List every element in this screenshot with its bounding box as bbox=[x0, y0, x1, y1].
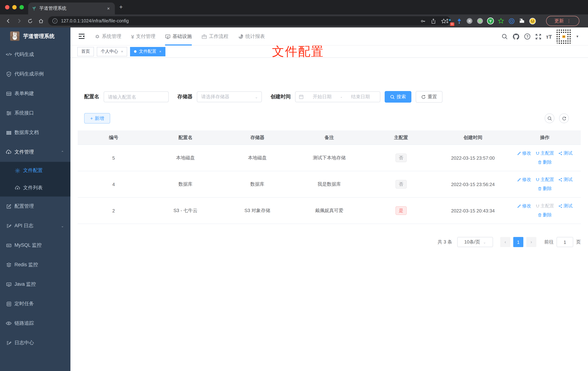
address-bar[interactable]: i 127.0.0.1:1024/infra/file/file-config bbox=[48, 16, 451, 26]
tab-close-icon[interactable]: × bbox=[106, 6, 111, 11]
sidebar-item-tracing[interactable]: 链路追踪 bbox=[0, 314, 70, 333]
avatar[interactable] bbox=[556, 29, 571, 44]
puzzle-icon[interactable] bbox=[518, 17, 525, 25]
site-info-icon[interactable]: i bbox=[52, 18, 57, 23]
filter-form: 配置名 存储器 请选择存储器 ⌄ 创建时间 开始日期 - 结束日期 bbox=[84, 91, 442, 103]
nav-payment-management[interactable]: ¥ 支付管理 bbox=[131, 27, 156, 45]
sidebar-item-scheduled-tasks[interactable]: 定时任务 bbox=[0, 294, 70, 314]
edit-link[interactable]: 修改 bbox=[517, 150, 531, 156]
forward-icon[interactable] bbox=[14, 18, 25, 24]
sidebar-item-java-monitor[interactable]: Java 监控 bbox=[0, 275, 70, 294]
show-search-button[interactable] bbox=[545, 113, 554, 123]
svg-text:Y: Y bbox=[489, 19, 492, 23]
gear-icon bbox=[14, 168, 20, 173]
browser-update-button[interactable]: 更新 ⋮ bbox=[546, 16, 579, 26]
app-logo[interactable]: 芋道管理系统 bbox=[0, 27, 70, 45]
tag-profile[interactable]: 个人中心 × bbox=[97, 47, 127, 56]
help-icon[interactable]: ? bbox=[524, 33, 530, 40]
cloud-upload-icon bbox=[14, 185, 20, 191]
home-icon[interactable] bbox=[35, 18, 46, 24]
y-circle-icon[interactable]: Y bbox=[487, 17, 494, 25]
search-icon[interactable] bbox=[502, 33, 508, 40]
browser-tab[interactable]: 芋道管理系统 × bbox=[28, 2, 115, 14]
refresh-button[interactable] bbox=[559, 113, 569, 123]
master-link[interactable]: 主配置 bbox=[536, 177, 554, 183]
sidebar-item-system-api[interactable]: 系统接口 bbox=[0, 103, 70, 123]
delete-link[interactable]: 删除 bbox=[538, 212, 552, 218]
sidebar-item-log-center[interactable]: 日志中心 bbox=[0, 333, 70, 353]
tag-home[interactable]: 首页 bbox=[77, 47, 94, 56]
sidebar-item-file-config[interactable]: 文件配置 bbox=[0, 162, 70, 179]
command-circle-icon[interactable]: ⌘ bbox=[466, 17, 473, 25]
close-icon[interactable]: × bbox=[121, 50, 123, 53]
sidebar-item-db-doc[interactable]: 数据库文档 bbox=[0, 123, 70, 142]
test-link[interactable]: 测试 bbox=[558, 150, 572, 156]
star-outline-icon[interactable] bbox=[497, 17, 504, 25]
back-icon[interactable] bbox=[3, 18, 14, 24]
table-toolbar: + 新增 bbox=[84, 113, 574, 124]
browser-menu-icon[interactable]: ⋮ bbox=[567, 18, 571, 23]
font-size-icon[interactable]: тT bbox=[546, 33, 552, 40]
search-button[interactable]: 搜索 bbox=[385, 91, 411, 103]
sidebar-collapse-icon[interactable] bbox=[78, 33, 85, 39]
storage-select[interactable]: 请选择存储器 ⌄ bbox=[197, 91, 262, 102]
monitor-icon bbox=[6, 281, 11, 287]
reload-icon[interactable] bbox=[25, 18, 35, 24]
page-size-select[interactable]: 10条/页 ⌄ bbox=[457, 237, 493, 247]
next-page-button[interactable]: › bbox=[526, 237, 536, 247]
master-link[interactable]: 主配置 bbox=[536, 150, 554, 156]
sidebar-item-form-builder[interactable]: 表单构建 bbox=[0, 84, 70, 103]
goto-page-input[interactable] bbox=[556, 237, 573, 247]
password-key-icon[interactable] bbox=[420, 18, 426, 24]
nav-workflow[interactable]: 工作流程 bbox=[202, 27, 229, 45]
col-actions: 操作 bbox=[509, 130, 581, 145]
sidebar-item-file-management[interactable]: 文件管理 ⌃ bbox=[0, 142, 70, 162]
app-header: 系统管理 ¥ 支付管理 基础设施 工作流程 bbox=[70, 27, 588, 45]
prev-page-button[interactable]: ‹ bbox=[500, 237, 510, 247]
avatar-caret-icon[interactable]: ▼ bbox=[576, 35, 579, 38]
total-count: 共 3 条 bbox=[438, 239, 452, 245]
close-icon[interactable]: × bbox=[159, 50, 161, 53]
delete-link[interactable]: 删除 bbox=[538, 186, 552, 192]
github-icon[interactable] bbox=[512, 33, 519, 40]
sidebar-item-config-management[interactable]: 配置管理 bbox=[0, 197, 70, 216]
zoom-window-button[interactable] bbox=[20, 5, 24, 9]
tag-file-config[interactable]: 文件配置 × bbox=[130, 47, 165, 56]
test-link[interactable]: 测试 bbox=[558, 203, 572, 209]
top-nav: 系统管理 ¥ 支付管理 基础设施 工作流程 bbox=[95, 27, 265, 45]
edit-link[interactable]: 修改 bbox=[517, 177, 531, 183]
delete-link[interactable]: 删除 bbox=[538, 159, 552, 165]
fullscreen-icon[interactable] bbox=[535, 33, 541, 40]
test-link[interactable]: 测试 bbox=[558, 177, 572, 183]
minimize-window-button[interactable] bbox=[12, 5, 17, 9]
grid-badge-icon[interactable]: 11 bbox=[445, 17, 452, 25]
edit-link[interactable]: 修改 bbox=[517, 203, 531, 209]
add-button[interactable]: + 新增 bbox=[84, 113, 110, 124]
end-date-placeholder[interactable]: 结束日期 bbox=[344, 94, 377, 100]
nav-system-management[interactable]: 系统管理 bbox=[95, 27, 121, 45]
sidebar-item-file-list[interactable]: 文件列表 bbox=[0, 179, 70, 197]
sidebar-item-code-gen[interactable]: </> 代码生成 bbox=[0, 45, 70, 64]
sidebar-item-code-gen-demo[interactable]: 代码生成示例 bbox=[0, 64, 70, 84]
close-window-button[interactable] bbox=[5, 5, 9, 9]
sidebar-item-redis-monitor[interactable]: Redis 监控 bbox=[0, 255, 70, 275]
record-circle-icon[interactable] bbox=[476, 17, 484, 25]
chart-icon bbox=[6, 242, 11, 248]
sidebar-item-mysql-monitor[interactable]: MySQL 监控 bbox=[0, 235, 70, 255]
page-number-active[interactable]: 1 bbox=[513, 237, 523, 247]
kite-icon[interactable] bbox=[455, 17, 463, 25]
config-name-input[interactable] bbox=[104, 94, 168, 99]
url-text[interactable]: 127.0.0.1:1024/infra/file/file-config bbox=[61, 18, 415, 23]
start-date-placeholder[interactable]: 开始日期 bbox=[306, 94, 338, 100]
sidebar-item-api-log[interactable]: API 日志 ⌄ bbox=[0, 216, 70, 235]
reset-button[interactable]: 重置 bbox=[416, 91, 442, 103]
new-tab-button[interactable]: + bbox=[119, 4, 123, 10]
date-range-picker[interactable]: 开始日期 - 结束日期 bbox=[295, 91, 380, 102]
nav-statistics[interactable]: 统计报表 bbox=[238, 27, 265, 45]
page-unit-label: 页 bbox=[576, 239, 581, 245]
emoji-icon[interactable] bbox=[529, 17, 536, 25]
share-icon[interactable] bbox=[431, 18, 436, 24]
eye-circle-icon[interactable] bbox=[508, 17, 515, 25]
page-content: 配置名 存储器 请选择存储器 ⌄ 创建时间 开始日期 - 结束日期 bbox=[70, 58, 588, 371]
nav-infrastructure[interactable]: 基础设施 bbox=[165, 27, 192, 45]
